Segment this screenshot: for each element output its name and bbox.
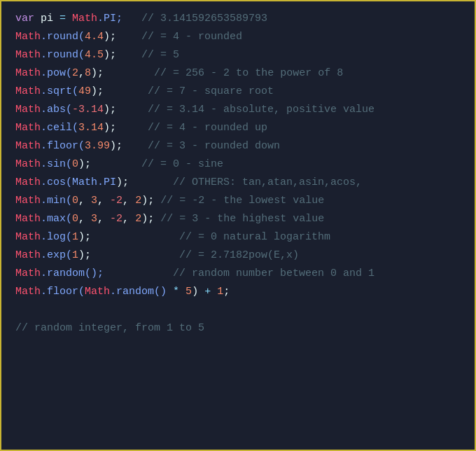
code-token: ); <box>78 247 91 264</box>
code-token: .round( <box>41 47 85 64</box>
code-line: Math.ceil(3.14); // = 4 - rounded up <box>15 119 461 137</box>
code-line: Math.random(); // random number between … <box>15 265 461 283</box>
code-token: // OTHERS: tan,atan,asin,acos, <box>129 174 362 191</box>
code-token: // = 256 - 2 to the power of 8 <box>104 65 343 82</box>
code-line: Math.floor(Math.random() * 5) + 1; <box>15 283 461 301</box>
code-token: .floor( <box>41 138 85 155</box>
code-token: // = 4 - rounded <box>116 29 242 46</box>
code-token: 2 <box>135 211 141 228</box>
code-token: Math <box>15 265 41 282</box>
code-token: ; <box>223 284 230 300</box>
code-token: 2 <box>135 193 141 209</box>
code-token: .abs( <box>41 102 72 118</box>
code-token: ); <box>91 83 104 100</box>
code-token: ); <box>141 211 154 228</box>
code-token: Math <box>15 47 41 64</box>
code-token: -2 <box>110 193 122 209</box>
code-token: Math <box>15 247 41 264</box>
code-line: // random integer, from 1 to 5 <box>15 319 461 338</box>
code-token <box>198 284 204 300</box>
code-token: , <box>78 211 91 228</box>
code-token: ); <box>104 120 116 137</box>
code-token: Math <box>66 11 97 27</box>
code-line: Math.round(4.4); // = 4 - rounded <box>15 28 461 46</box>
code-token: ); <box>141 193 154 209</box>
code-token: 3 <box>91 211 97 228</box>
code-token: 3 <box>91 193 97 209</box>
code-token: .floor( <box>41 284 85 300</box>
code-token: = <box>59 11 66 27</box>
code-token: // = 4 - rounded up <box>116 120 267 137</box>
code-line: Math.floor(3.99); // = 3 - rounded down <box>15 137 461 155</box>
code-token: .exp( <box>41 247 72 264</box>
code-token: Math <box>15 65 41 82</box>
code-line: Math.pow(2,8); // = 256 - 2 to the power… <box>15 64 461 83</box>
code-token: Math <box>15 229 41 246</box>
code-token: , <box>122 193 135 209</box>
code-line: Math.min(0, 3, -2, 2); // = -2 - the low… <box>15 192 461 210</box>
code-token: ) <box>192 284 198 300</box>
code-line: Math.sqrt(49); // = 7 - square root <box>15 83 461 101</box>
code-token: // = 0 natural logarithm <box>91 229 330 246</box>
code-line: Math.max(0, 3, -2, 2); // = 3 - the high… <box>15 210 461 228</box>
code-token: Math <box>15 193 41 209</box>
code-line: Math.log(1); // = 0 natural logarithm <box>15 228 461 247</box>
code-token: 4.4 <box>85 29 104 46</box>
code-token: * <box>173 284 179 300</box>
code-token: ); <box>104 102 116 118</box>
code-token: -2 <box>110 211 122 228</box>
code-token <box>179 284 186 300</box>
code-token: Math <box>15 83 41 100</box>
code-token: Math <box>15 284 41 300</box>
code-token: + <box>204 284 211 300</box>
code-token: 1 <box>72 229 78 246</box>
code-line: Math.abs(-3.14); // = 3.14 - absolute, p… <box>15 101 461 119</box>
code-token: // = 5 <box>116 47 179 64</box>
code-token: ); <box>104 47 116 64</box>
code-token: 49 <box>78 83 91 100</box>
code-token: // = 3.14 - absolute, positive value <box>116 102 374 118</box>
code-token: // = 3 - rounded down <box>122 138 280 155</box>
code-token: // = 3 - the highest value <box>154 211 324 228</box>
code-token: ); <box>116 174 129 191</box>
code-token: .max( <box>41 211 72 228</box>
code-token: .random() <box>110 284 167 300</box>
code-token: .round( <box>41 29 85 46</box>
code-token: var <box>15 11 34 27</box>
code-token: ); <box>91 65 104 82</box>
code-token: ); <box>110 138 122 155</box>
code-line: Math.exp(1); // = 2.7182pow(E,x) <box>15 247 461 265</box>
code-token: 3.14 <box>78 120 104 137</box>
code-token: .PI <box>97 174 116 191</box>
code-token: Math <box>15 174 41 191</box>
code-token <box>211 284 217 300</box>
code-token: // = -2 - the lowest value <box>154 193 324 209</box>
code-editor: var pi = Math.PI; // 3.141592653589793Ma… <box>0 0 476 451</box>
code-token: 3.99 <box>85 138 110 155</box>
code-token: // = 7 - square root <box>104 83 274 100</box>
code-token: // random number between 0 and 1 <box>104 265 374 282</box>
code-token: Math <box>15 211 41 228</box>
code-token: // = 2.7182pow(E,x) <box>91 247 299 264</box>
code-token: 1 <box>217 284 223 300</box>
code-token: 0 <box>72 211 78 228</box>
code-token: .sin( <box>41 156 72 173</box>
code-token: .sqrt( <box>41 83 78 100</box>
code-token: , <box>78 193 91 209</box>
code-token: Math <box>15 138 41 155</box>
code-line: Math.sin(0); // = 0 - sine <box>15 155 461 174</box>
code-token: Math <box>15 102 41 118</box>
code-token: // random integer, from 1 to 5 <box>15 320 204 337</box>
code-line: Math.round(4.5); // = 5 <box>15 46 461 64</box>
code-token: ); <box>78 229 91 246</box>
code-token: pi <box>34 11 59 27</box>
code-token: .min( <box>41 193 72 209</box>
code-token: .cos(Math <box>41 174 97 191</box>
code-token: .log( <box>41 229 72 246</box>
code-token: , <box>122 211 135 228</box>
code-token: , <box>97 211 110 228</box>
code-token: , <box>97 193 110 209</box>
code-content: var pi = Math.PI; // 3.141592653589793Ma… <box>15 10 461 338</box>
code-token: 4.5 <box>85 47 104 64</box>
code-token: Math <box>15 29 41 46</box>
